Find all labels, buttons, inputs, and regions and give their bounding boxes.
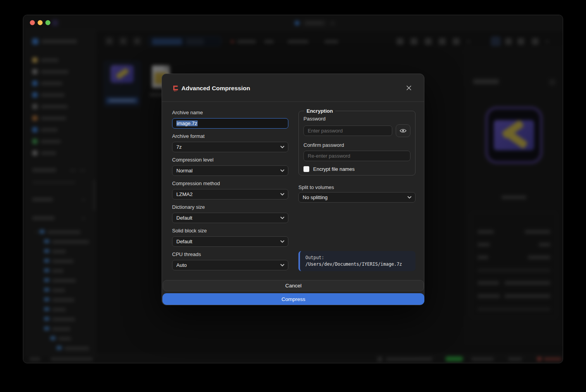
archive-name-value: image.7z [176, 120, 198, 126]
chevron-down-icon [280, 169, 284, 172]
dialog-header: Advanced Compression [162, 74, 424, 102]
archive-name-input[interactable]: image.7z [172, 118, 288, 129]
archive-format-select[interactable]: 7z [172, 142, 288, 152]
compression-level-select[interactable]: Normal [172, 165, 288, 176]
encryption-group: Encryption Password Confirm password Enc… [298, 108, 415, 175]
output-path-box: Output: /Users/dev/Documents/IYERIS/imag… [298, 251, 415, 271]
archive-name-label: Archive name [172, 110, 288, 116]
dictionary-size-select[interactable]: Default [172, 213, 288, 223]
split-to-volumes-label: Split to volumes [298, 184, 334, 190]
encrypt-file-names-checkbox[interactable] [303, 166, 309, 172]
cancel-button[interactable]: Cancel [163, 280, 424, 291]
advanced-compression-dialog: Advanced Compression Archive name image.… [162, 74, 424, 305]
desktop: Advanced Compression Archive name image.… [0, 0, 586, 392]
toggle-password-visibility-button[interactable] [396, 124, 410, 137]
solid-block-size-select[interactable]: Default [172, 236, 288, 247]
solid-block-size-label: Solid block size [172, 228, 288, 234]
chevron-down-icon [280, 264, 284, 266]
dialog-title: Advanced Compression [181, 85, 250, 92]
window-controls [30, 20, 50, 25]
eye-icon [400, 128, 407, 133]
minimize-window-button[interactable] [38, 20, 43, 25]
compress-button[interactable]: Compress [162, 293, 424, 305]
cpu-threads-label: CPU threads [172, 251, 288, 258]
output-path: /Users/dev/Documents/IYERIS/image.7z [305, 261, 410, 268]
close-window-button[interactable] [30, 20, 35, 25]
password-label: Password [303, 116, 410, 122]
encryption-legend: Encryption [304, 108, 335, 114]
confirm-password-input[interactable] [303, 151, 410, 161]
chevron-down-icon [280, 240, 284, 243]
chevron-down-icon [280, 146, 284, 148]
chevron-down-icon [280, 217, 284, 219]
compression-method-select[interactable]: LZMA2 [172, 189, 288, 199]
chevron-down-icon [407, 196, 412, 199]
split-to-volumes-select[interactable]: No splitting [298, 192, 415, 203]
password-input[interactable] [303, 126, 392, 136]
compression-level-label: Compression level [172, 157, 288, 163]
encrypt-file-names-label: Encrypt file names [313, 166, 355, 172]
output-label: Output: [305, 254, 410, 261]
close-dialog-icon[interactable] [405, 84, 412, 91]
chevron-down-icon [280, 193, 284, 196]
compression-method-label: Compression method [172, 181, 288, 187]
zoom-window-button[interactable] [45, 20, 50, 25]
confirm-password-label: Confirm password [303, 142, 410, 148]
app-logo-icon [172, 85, 179, 92]
cpu-threads-select[interactable]: Auto [172, 260, 288, 270]
dictionary-size-label: Dictionary size [172, 204, 288, 210]
archive-format-label: Archive format [172, 133, 288, 139]
